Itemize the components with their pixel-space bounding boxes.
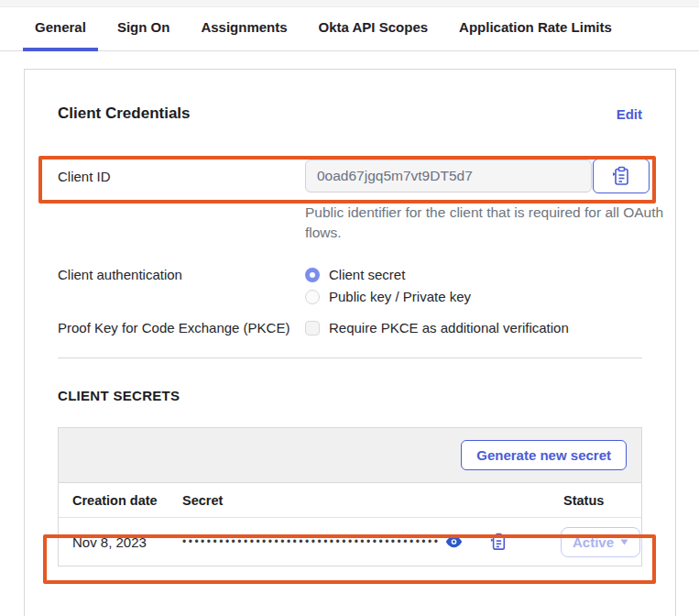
pkce-label: Proof Key for Code Exchange (PKCE): [58, 320, 305, 336]
creation-date-cell: Nov 8, 2023: [72, 534, 182, 550]
client-secrets-table: Generate new secret Creation date Secret…: [58, 427, 642, 566]
table-row: Nov 8, 2023 ••••••••••••••••••••••••••••…: [59, 518, 641, 566]
client-id-help-text: Public identifier for the client that is…: [305, 203, 690, 243]
clipboard-icon: [612, 166, 630, 186]
table-toolbar: Generate new secret: [59, 428, 641, 483]
status-cell: Active: [541, 527, 641, 557]
radio-unselected-icon[interactable]: [305, 290, 320, 304]
section-divider: [58, 358, 642, 358]
radio-label: Public key / Private key: [329, 289, 471, 304]
radio-option-client-secret[interactable]: Client secret: [305, 267, 471, 282]
reveal-secret-button[interactable]: [443, 534, 464, 550]
tab-assignments[interactable]: Assignments: [189, 6, 299, 51]
pkce-row: Proof Key for Code Exchange (PKCE) Requi…: [58, 320, 642, 336]
radio-label: Client secret: [329, 267, 405, 282]
edit-link[interactable]: Edit: [617, 106, 642, 122]
clipboard-icon: [490, 533, 507, 551]
tab-okta-api-scopes[interactable]: Okta API Scopes: [307, 6, 441, 51]
client-id-label: Client ID: [58, 169, 305, 184]
status-label: Active: [573, 534, 614, 550]
secret-cell: ••••••••••••••••••••••••••••••••••••••••…: [182, 531, 541, 553]
copy-client-id-button[interactable]: [593, 159, 650, 193]
app-tab-bar: General Sign On Assignments Okta API Sco…: [0, 7, 699, 51]
column-header-creation-date: Creation date: [72, 493, 182, 508]
status-dropdown-button[interactable]: Active: [561, 527, 640, 557]
client-id-input[interactable]: [305, 160, 592, 192]
table-header-row: Creation date Secret Status: [59, 483, 641, 518]
client-credentials-card: Client Credentials Edit Client ID: [24, 69, 676, 616]
pkce-option[interactable]: Require PKCE as additional verification: [305, 320, 569, 336]
radio-selected-icon[interactable]: [305, 268, 320, 282]
client-authentication-label: Client authentication: [58, 267, 305, 304]
column-header-status: Status: [541, 493, 641, 508]
generate-new-secret-button[interactable]: Generate new secret: [461, 440, 627, 470]
client-credentials-header: Client Credentials Edit: [58, 104, 642, 123]
copy-secret-button[interactable]: [488, 531, 508, 553]
client-secrets-title: CLIENT SECRETS: [58, 388, 642, 403]
caret-down-icon: [620, 539, 628, 545]
client-id-group: [305, 159, 650, 193]
client-authentication-options: Client secret Public key / Private key: [305, 267, 471, 304]
eye-icon: [445, 535, 463, 548]
tab-sign-on[interactable]: Sign On: [105, 6, 182, 51]
tab-application-rate-limits[interactable]: Application Rate Limits: [447, 6, 624, 51]
checkbox-unchecked-icon[interactable]: [305, 321, 320, 336]
masked-secret-value: ••••••••••••••••••••••••••••••••••••••••…: [182, 535, 440, 548]
section-title: Client Credentials: [58, 104, 191, 123]
radio-option-public-private-key[interactable]: Public key / Private key: [305, 289, 471, 304]
pkce-option-label: Require PKCE as additional verification: [329, 320, 569, 336]
client-authentication-row: Client authentication Client secret Publ…: [58, 267, 642, 304]
column-header-secret: Secret: [182, 493, 541, 508]
tab-general[interactable]: General: [23, 6, 98, 51]
client-id-row: Client ID: [58, 159, 642, 193]
